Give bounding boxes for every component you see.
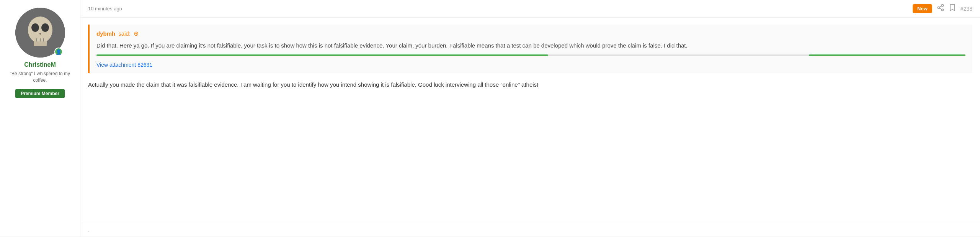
svg-line-12 [939,8,942,9]
bookmark-icon[interactable] [949,4,956,13]
attachment-link[interactable]: View attachment 82631 [96,62,152,68]
quote-progress-bar [96,54,965,56]
quote-text: Did that. Here ya go. If you are claimin… [96,41,965,50]
quote-author-line: dybmh said: ⊕ [96,30,965,37]
quote-said: said: [118,30,131,37]
svg-line-13 [939,6,942,7]
post-time: 10 minutes ago [88,6,122,12]
quote-progress-fill [96,54,548,56]
user-tagline: "Be strong" I whispered to my coffee. [4,71,76,84]
quote-progress-end [809,54,965,56]
premium-badge: Premium Member [15,89,65,98]
main-post-text: Actually you made the claim that it was … [88,80,972,89]
post-header-actions: New #238 [913,4,972,13]
post-body: dybmh said: ⊕ Did that. Here ya go. If y… [80,18,980,223]
user-sidebar: 👤 ChristineM "Be strong" I whispered to … [0,0,80,237]
svg-rect-8 [34,41,47,46]
post-content-area: 10 minutes ago New #238 [80,0,980,237]
share-icon[interactable] [937,4,944,13]
post-container: 👤 ChristineM "Be strong" I whispered to … [0,0,980,237]
post-number: #238 [960,6,972,12]
quote-author-name[interactable]: dybmh [96,30,115,37]
post-footer: . [80,223,980,237]
footer-dot: . [88,227,90,233]
person-icon: 👤 [56,49,62,54]
quote-block: dybmh said: ⊕ Did that. Here ya go. If y… [88,25,972,73]
new-badge: New [913,4,932,13]
quote-arrow-icon[interactable]: ⊕ [134,30,139,37]
avatar-container: 👤 [15,8,65,58]
svg-point-2 [31,23,39,32]
username[interactable]: ChristineM [24,61,56,68]
svg-point-3 [41,23,49,32]
online-badge: 👤 [54,48,63,56]
post-header: 10 minutes ago New #238 [80,0,980,18]
